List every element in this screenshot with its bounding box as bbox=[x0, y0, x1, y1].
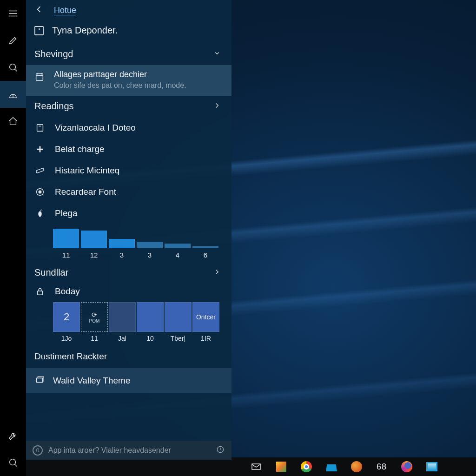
mic-icon[interactable] bbox=[216, 445, 225, 456]
start-panel: Hotue Tyna Deponder. Shevingd Allages pa… bbox=[26, 0, 231, 460]
tiles-row: 2⟳POMOntcer 1Jo11Jal10Tber|1IR bbox=[26, 299, 231, 345]
pen-icon[interactable] bbox=[0, 27, 26, 54]
account-icon bbox=[34, 26, 44, 35]
tile-label: Jal bbox=[109, 335, 136, 342]
readings-item-belat[interactable]: Belat charge bbox=[26, 139, 231, 160]
cortana-icon: 0 bbox=[33, 445, 43, 456]
theme-row[interactable]: Walid Valley Theme bbox=[26, 368, 231, 393]
svg-point-6 bbox=[39, 191, 41, 193]
chart-xlabel: 11 bbox=[53, 251, 79, 259]
chevron-right-icon bbox=[213, 101, 221, 112]
list-item-label: Vizanlaocala I Doteo bbox=[55, 123, 136, 133]
svg-point-0 bbox=[10, 64, 16, 70]
list-item-label: Boday bbox=[55, 286, 80, 297]
list-item-label: Recardear Font bbox=[55, 187, 116, 197]
shevingd-item-sub: Color sife des pat on, chee mard, mode. bbox=[54, 81, 186, 90]
gauge-icon[interactable] bbox=[0, 81, 26, 108]
search-placeholder: App inta aroer? Vialier heavdasender bbox=[48, 446, 210, 455]
wrench-icon[interactable] bbox=[0, 422, 26, 449]
svg-rect-2 bbox=[36, 74, 43, 81]
chart-xlabel: 4 bbox=[165, 251, 191, 259]
svg-rect-7 bbox=[38, 291, 43, 295]
section-shevingd[interactable]: Shevingd bbox=[26, 44, 231, 65]
chart-bar bbox=[192, 246, 218, 248]
home-icon[interactable] bbox=[0, 108, 26, 135]
tile[interactable]: Ontcer bbox=[192, 302, 219, 332]
tile-label: 1IR bbox=[192, 335, 219, 342]
list-item-label: Histaric Micinteq bbox=[55, 165, 119, 176]
chart-bar bbox=[53, 229, 79, 248]
search-bottom-icon[interactable] bbox=[0, 449, 26, 476]
taskbar-chrome-icon[interactable] bbox=[300, 461, 312, 473]
shevingd-item-title: Allages parttager dechier bbox=[54, 70, 186, 79]
chart-bar bbox=[165, 244, 191, 248]
usage-chart: 11123346 bbox=[26, 224, 231, 263]
section-label: Readings bbox=[34, 101, 74, 112]
taskbar-app1-icon[interactable] bbox=[275, 461, 287, 473]
readings-item-vizan[interactable]: Vizanlaocala I Doteo bbox=[26, 117, 231, 139]
tile-label: 10 bbox=[137, 335, 164, 342]
tile[interactable] bbox=[165, 302, 192, 332]
chart-xlabel: 6 bbox=[192, 251, 218, 259]
taskbar-clock[interactable]: 68 bbox=[376, 461, 388, 473]
chart-xlabel: 3 bbox=[109, 251, 135, 259]
taskbar: 68 bbox=[0, 457, 476, 476]
tile[interactable] bbox=[137, 302, 164, 332]
tile-label: Tber| bbox=[165, 335, 192, 342]
chart-bar bbox=[137, 242, 163, 248]
book-icon bbox=[34, 123, 46, 133]
svg-rect-4 bbox=[36, 168, 44, 173]
chevron-right-icon bbox=[213, 268, 221, 278]
taskbar-firefox-icon[interactable] bbox=[401, 461, 413, 473]
tile[interactable]: ⟳POM bbox=[81, 302, 108, 332]
sundllar-boday[interactable]: Boday bbox=[26, 284, 231, 299]
svg-rect-8 bbox=[37, 378, 43, 382]
target-icon bbox=[34, 187, 46, 197]
svg-rect-3 bbox=[37, 125, 43, 132]
tile[interactable]: 2 bbox=[53, 302, 80, 332]
back-button[interactable] bbox=[34, 5, 44, 16]
theme-label: Walid Valley Theme bbox=[53, 376, 131, 386]
readings-item-recardear[interactable]: Recardear Font bbox=[26, 181, 231, 203]
account-name: Tyna Deponder. bbox=[52, 25, 118, 36]
list-item-label: Plega bbox=[55, 208, 78, 218]
nav-rail bbox=[0, 0, 26, 476]
tile-label: 1Jo bbox=[53, 335, 80, 342]
shevingd-item[interactable]: Allages parttager dechier Color sife des… bbox=[26, 65, 231, 96]
ruler-icon bbox=[34, 165, 46, 176]
readings-item-plega[interactable]: Plega bbox=[26, 203, 231, 224]
layers-icon bbox=[34, 375, 45, 387]
taskbar-mail-icon[interactable] bbox=[250, 461, 262, 473]
svg-rect-10 bbox=[252, 464, 260, 469]
section-label: Sundllar bbox=[34, 267, 68, 278]
taskbar-app2-icon[interactable] bbox=[350, 461, 363, 473]
taskbar-store-icon[interactable] bbox=[325, 461, 337, 473]
lock-icon bbox=[34, 286, 46, 297]
chart-bar bbox=[81, 231, 107, 248]
panel-search[interactable]: 0 App inta aroer? Vialier heavdasender bbox=[26, 441, 231, 460]
taskbar-photos-icon[interactable] bbox=[426, 461, 438, 473]
svg-point-1 bbox=[10, 459, 16, 465]
plus-icon bbox=[34, 144, 46, 154]
chart-bar bbox=[109, 239, 135, 248]
tile[interactable] bbox=[109, 302, 136, 332]
chart-xlabel: 12 bbox=[81, 251, 107, 259]
readings-item-histaric[interactable]: Histaric Micinteq bbox=[26, 160, 231, 181]
section-label: Shevingd bbox=[34, 49, 73, 60]
chevron-down-icon bbox=[213, 49, 221, 60]
calendar-icon bbox=[34, 70, 46, 84]
hamburger-icon[interactable] bbox=[0, 0, 26, 27]
list-item-label: Belat charge bbox=[55, 144, 105, 154]
section-sundllar[interactable]: Sundllar bbox=[26, 263, 231, 284]
tile-label: 11 bbox=[81, 335, 108, 342]
account-row[interactable]: Tyna Deponder. bbox=[26, 19, 231, 44]
section-dustiment[interactable]: Dustiment Rackter bbox=[26, 345, 231, 366]
section-readings[interactable]: Readings bbox=[26, 96, 231, 117]
breadcrumb[interactable]: Hotue bbox=[52, 6, 76, 15]
search-icon[interactable] bbox=[0, 54, 26, 81]
apple-icon bbox=[34, 208, 46, 218]
chart-xlabel: 3 bbox=[137, 251, 163, 259]
